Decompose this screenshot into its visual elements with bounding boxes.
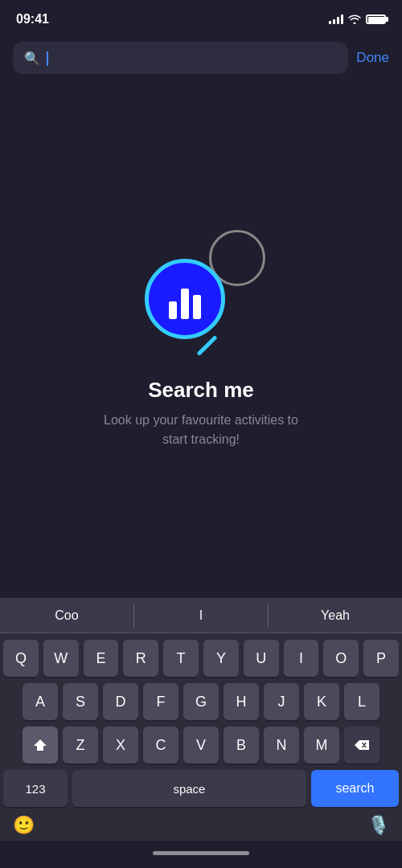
status-time: 09:41 <box>16 12 49 27</box>
key-s[interactable]: S <box>63 683 98 720</box>
key-e[interactable]: E <box>84 640 119 677</box>
status-icons <box>329 14 386 24</box>
illustration-title: Search me <box>148 378 254 403</box>
keyboard: Coo I Yeah Q W E R T Y U I O P A S D F G… <box>0 598 402 841</box>
status-bar: 09:41 <box>0 0 402 35</box>
backspace-icon <box>354 739 370 751</box>
illustration-subtitle: Look up your favourite activities tostar… <box>104 411 298 449</box>
key-l[interactable]: L <box>344 683 379 720</box>
key-d[interactable]: D <box>103 683 138 720</box>
search-key[interactable]: search <box>311 770 399 807</box>
key-u[interactable]: U <box>244 640 279 677</box>
key-x[interactable]: X <box>103 727 138 764</box>
key-p[interactable]: P <box>363 640 399 677</box>
search-container: 🔍 Done <box>0 35 402 80</box>
space-key[interactable]: space <box>72 770 306 807</box>
emoji-mic-row: 🙂 🎙️ <box>0 815 402 841</box>
illustration <box>137 230 265 358</box>
search-input[interactable] <box>47 50 337 66</box>
key-b[interactable]: B <box>224 727 259 764</box>
emoji-key[interactable]: 🙂 <box>13 815 35 836</box>
done-button[interactable]: Done <box>356 47 389 69</box>
key-c[interactable]: C <box>143 727 178 764</box>
wifi-icon <box>348 14 361 24</box>
key-n[interactable]: N <box>264 727 299 764</box>
battery-icon <box>366 14 386 24</box>
suggestion-coo[interactable]: Coo <box>0 598 133 633</box>
key-f[interactable]: F <box>143 683 178 720</box>
key-o[interactable]: O <box>323 640 359 677</box>
magnifier-graphic <box>145 259 225 358</box>
home-indicator-area <box>0 841 402 868</box>
magnifier-circle <box>145 259 225 339</box>
bottom-row: 123 space search <box>3 770 399 812</box>
key-g[interactable]: G <box>183 683 219 720</box>
magnifier-handle <box>196 334 217 355</box>
search-icon: 🔍 <box>24 51 40 66</box>
key-row-1: Q W E R T Y U I O P <box>3 640 399 677</box>
key-y[interactable]: Y <box>203 640 239 677</box>
key-r[interactable]: R <box>123 640 158 677</box>
key-w[interactable]: W <box>43 640 79 677</box>
backspace-key[interactable] <box>344 727 379 764</box>
suggestions-row: Coo I Yeah <box>0 598 402 633</box>
shift-key[interactable] <box>23 727 58 764</box>
suggestion-i[interactable]: I <box>134 598 268 633</box>
key-v[interactable]: V <box>183 727 219 764</box>
key-rows: Q W E R T Y U I O P A S D F G H J K L <box>0 633 402 815</box>
numbers-key[interactable]: 123 <box>3 770 68 807</box>
bar-chart-icon <box>169 279 201 319</box>
key-h[interactable]: H <box>224 683 259 720</box>
key-m[interactable]: M <box>304 727 339 764</box>
key-k[interactable]: K <box>304 683 339 720</box>
key-j[interactable]: J <box>264 683 299 720</box>
home-indicator <box>153 851 249 855</box>
suggestion-yeah[interactable]: Yeah <box>269 598 402 633</box>
search-bar[interactable]: 🔍 <box>13 42 348 74</box>
key-row-3: Z X C V B N M <box>3 727 399 764</box>
signal-icon <box>329 14 343 24</box>
key-i[interactable]: I <box>284 640 319 677</box>
mic-key[interactable]: 🎙️ <box>367 815 389 836</box>
key-t[interactable]: T <box>163 640 199 677</box>
key-row-2: A S D F G H J K L <box>3 683 399 720</box>
shift-icon <box>33 738 47 752</box>
key-q[interactable]: Q <box>3 640 39 677</box>
key-a[interactable]: A <box>23 683 58 720</box>
content-area: Search me Look up your favourite activit… <box>0 80 402 598</box>
key-z[interactable]: Z <box>63 727 98 764</box>
